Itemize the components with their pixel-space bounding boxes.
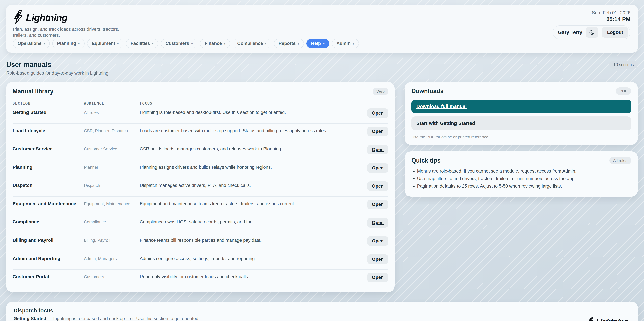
row-audience: Dispatch — [84, 183, 140, 188]
row-focus: Lightning is role-based and desktop-firs… — [140, 110, 365, 115]
sections-count-badge: 10 sections — [610, 61, 638, 68]
open-manual-button[interactable]: Open — [367, 273, 388, 282]
col-header-audience: AUDIENCE — [84, 101, 140, 105]
quick-tips-title: Quick tips — [412, 157, 440, 164]
chevron-down-icon: ▾ — [78, 41, 80, 45]
open-manual-button[interactable]: Open — [367, 200, 388, 209]
chevron-down-icon: ▾ — [44, 41, 45, 45]
row-audience: Equipment, Maintenance — [84, 201, 140, 206]
open-manual-button[interactable]: Open — [367, 108, 388, 118]
library-title: Manual library — [12, 88, 54, 95]
open-manual-button[interactable]: Open — [367, 236, 388, 246]
nav-item-customers[interactable]: Customers▾ — [161, 39, 198, 48]
tip-item: Use map filters to find drivers, tractor… — [417, 176, 631, 181]
main-nav: Operations▾ Planning▾ Equipment▾ Facilit… — [13, 39, 359, 48]
chevron-down-icon: ▾ — [323, 41, 325, 45]
open-manual-button[interactable]: Open — [367, 255, 388, 264]
chevron-down-icon: ▾ — [265, 41, 267, 45]
table-row: Billing and Payroll Billing, Payroll Fin… — [12, 233, 388, 252]
tips-list: Menus are role-based. If you cannot see … — [417, 169, 631, 189]
col-header-section: SECTION — [12, 101, 84, 105]
open-manual-button[interactable]: Open — [367, 163, 388, 173]
nav-item-equipment[interactable]: Equipment▾ — [87, 39, 124, 48]
row-focus: Admins configure access, settings, impor… — [140, 256, 365, 261]
table-row: Planning Planner Planning assigns driver… — [12, 160, 388, 178]
table-row: Equipment and Maintenance Equipment, Mai… — [12, 197, 388, 215]
row-focus: CSR builds loads, manages customers, and… — [140, 146, 365, 152]
col-header-focus: FOCUS — [140, 101, 365, 105]
row-section: Planning — [12, 165, 84, 170]
chevron-down-icon: ▾ — [117, 41, 119, 45]
row-focus: Compliance owns HOS, safety records, per… — [140, 219, 365, 225]
row-section: Getting Started — [12, 110, 84, 115]
current-time: 05:14 PM — [553, 16, 630, 22]
user-name: Gary Terry — [558, 30, 582, 35]
footer-left: Dispatch focus Getting Started — Lightni… — [14, 308, 200, 321]
lightning-bolt-icon — [13, 10, 23, 25]
logout-button[interactable]: Logout — [602, 27, 628, 37]
tip-item: Pagination defaults to 25 rows. Adjust t… — [417, 184, 631, 189]
row-section: Admin and Reporting — [12, 256, 84, 261]
open-manual-button[interactable]: Open — [367, 218, 388, 228]
footer-description: Getting Started — Lightning is role-base… — [14, 316, 200, 321]
chevron-down-icon: ▾ — [152, 41, 154, 45]
header-right: Sun, Feb 01, 2026 05:14 PM Gary Terry Lo… — [553, 10, 630, 39]
page-title: User manuals — [6, 61, 51, 68]
chevron-down-icon: ▾ — [191, 41, 193, 45]
footer-description-text: — Lightning is role-based and desktop-fi… — [48, 316, 200, 321]
dispatch-focus-panel: Dispatch focus Getting Started — Lightni… — [6, 302, 638, 321]
nav-item-operations[interactable]: Operations▾ — [13, 39, 50, 48]
theme-toggle-button[interactable] — [586, 27, 598, 37]
nav-item-reports[interactable]: Reports▾ — [274, 39, 304, 48]
nav-item-facilities[interactable]: Facilities▾ — [126, 39, 158, 48]
row-audience: Billing, Payroll — [84, 238, 140, 243]
row-section: Billing and Payroll — [12, 238, 84, 243]
row-section: Equipment and Maintenance — [12, 201, 84, 206]
row-section: Compliance — [12, 219, 84, 225]
page: Lightning Plan, assign, and track loads … — [0, 0, 644, 321]
row-section: Load Lifecycle — [12, 128, 84, 133]
start-getting-started-button[interactable]: Start with Getting Started — [412, 116, 631, 130]
row-audience: Admin, Managers — [84, 256, 140, 261]
chevron-down-icon: ▾ — [224, 41, 226, 45]
downloads-card: Downloads PDF Download full manual Start… — [405, 82, 638, 145]
brand: Lightning — [13, 10, 631, 25]
row-focus: Equipment and maintenance teams keep tra… — [140, 201, 365, 206]
lightning-bolt-icon — [587, 317, 594, 321]
table-row: Admin and Reporting Admin, Managers Admi… — [12, 252, 388, 270]
download-full-manual-button[interactable]: Download full manual — [412, 99, 631, 113]
web-badge: Web — [373, 88, 388, 95]
tip-item: Menus are role-based. If you cannot see … — [417, 169, 631, 174]
all-roles-badge: All roles — [610, 157, 631, 164]
row-focus: Dispatch manages active drivers, PTA, an… — [140, 183, 365, 188]
table-row: Load Lifecycle CSR, Planner, Dispatch Lo… — [12, 124, 388, 142]
footer-title: Dispatch focus — [14, 308, 200, 314]
downloads-note: Use the PDF for offline or printed refer… — [412, 135, 631, 139]
pdf-badge: PDF — [616, 87, 631, 95]
table-header: SECTION AUDIENCE FOCUS — [12, 101, 388, 105]
row-section: Customer Portal — [12, 274, 84, 280]
open-manual-button[interactable]: Open — [367, 145, 388, 154]
chevron-down-icon: ▾ — [298, 41, 299, 45]
downloads-title: Downloads — [412, 88, 444, 95]
nav-item-planning[interactable]: Planning▾ — [52, 39, 84, 48]
footer-brand-wordmark: Lightning — [596, 318, 628, 321]
table-row: Dispatch Dispatch Dispatch manages activ… — [12, 178, 388, 197]
row-focus: Finance teams bill responsible parties a… — [140, 238, 365, 243]
row-focus: Planning assigns drivers and builds rela… — [140, 165, 365, 170]
nav-item-compliance[interactable]: Compliance▾ — [232, 39, 271, 48]
right-column: Downloads PDF Download full manual Start… — [405, 82, 638, 197]
nav-item-help[interactable]: Help▾ — [306, 39, 329, 48]
nav-item-admin[interactable]: Admin▾ — [332, 39, 359, 48]
brand-wordmark: Lightning — [26, 12, 67, 23]
chevron-down-icon: ▾ — [352, 41, 354, 45]
row-section: Customer Service — [12, 146, 84, 152]
open-manual-button[interactable]: Open — [367, 181, 388, 191]
table-row: Compliance Compliance Compliance owns HO… — [12, 215, 388, 233]
row-audience: Customer Service — [84, 146, 140, 151]
brand-tagline: Plan, assign, and track loads across dri… — [13, 26, 127, 38]
footer-brand: Lightning — [587, 317, 628, 321]
app-header: Lightning Plan, assign, and track loads … — [6, 5, 638, 53]
open-manual-button[interactable]: Open — [367, 127, 388, 136]
nav-item-finance[interactable]: Finance▾ — [200, 39, 230, 48]
